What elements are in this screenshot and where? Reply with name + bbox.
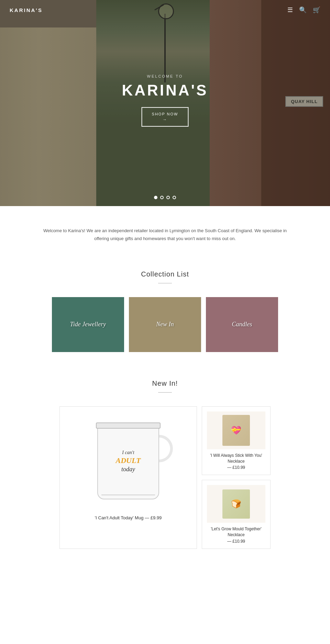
collection-candles[interactable]: Candles <box>206 297 278 352</box>
collection-grid: Tide Jewellery New In Candles <box>21 297 309 352</box>
newin-title: New In! <box>21 380 309 387</box>
cart-icon[interactable]: 🛒 <box>313 6 320 14</box>
header-icons: ☰ 🔍 🛒 <box>287 6 320 14</box>
product-necklace-1[interactable]: 💝 'I Will Always Stick With You' Necklac… <box>202 406 271 475</box>
products-right: 💝 'I Will Always Stick With You' Necklac… <box>202 406 271 549</box>
hero-section: KARINA'S ☰ 🔍 🛒 QUAY HILL WELCOME TO KARI… <box>0 0 330 206</box>
mug-line3: today <box>116 465 141 473</box>
hero-dots <box>154 196 176 199</box>
candles-overlay: Candles <box>206 297 278 352</box>
hero-content: WELCOME TO KARINA'S SHOP NOW → <box>122 74 208 127</box>
necklace2-price: — £10.99 <box>207 539 265 544</box>
menu-icon[interactable]: ☰ <box>287 6 293 14</box>
mug-line2: ADULT <box>116 456 141 466</box>
newin-divider <box>158 392 172 393</box>
necklace2-visual: 🍞 <box>207 485 265 523</box>
shop-arrow: → <box>152 117 178 122</box>
product-necklace-2[interactable]: 🍞 'Let's Grow Mould Together' Necklace —… <box>202 480 271 549</box>
welcome-text: Welcome to Karina's! We are an independe… <box>41 227 289 243</box>
search-icon[interactable]: 🔍 <box>299 6 307 14</box>
mug-body: I can't ADULT today <box>97 424 159 499</box>
necklace1-card: 💝 <box>222 415 250 446</box>
necklace1-price: — £10.99 <box>207 465 265 470</box>
mug-text: I can't ADULT today <box>116 450 141 474</box>
dot-3[interactable] <box>166 196 170 199</box>
jewellery-overlay: Tide Jewellery <box>52 297 124 352</box>
necklace1-icon: 💝 <box>231 426 241 435</box>
collection-divider <box>158 283 172 283</box>
collection-newin[interactable]: New In <box>129 297 201 352</box>
collection-jewellery[interactable]: Tide Jewellery <box>52 297 124 352</box>
mug-name: 'I Can't Adult Today' Mug — £9.99 <box>95 515 162 520</box>
shop-now-button[interactable]: SHOP NOW → <box>142 107 189 127</box>
necklace1-visual: 💝 <box>207 411 265 449</box>
shop-now-label: SHOP NOW <box>152 112 178 116</box>
jewellery-label: Tide Jewellery <box>70 321 106 328</box>
collection-section: Collection List Tide Jewellery New In Ca… <box>0 263 330 373</box>
candles-label: Candles <box>232 321 252 328</box>
welcome-section: Welcome to Karina's! We are an independe… <box>0 206 330 263</box>
dot-1[interactable] <box>154 196 157 199</box>
necklace2-name: 'Let's Grow Mould Together' Necklace <box>207 526 265 538</box>
necklace2-icon: 🍞 <box>231 499 241 509</box>
products-grid: I can't ADULT today 'I Can't Adult Today… <box>21 406 309 549</box>
site-header: KARINA'S ☰ 🔍 🛒 <box>0 0 330 20</box>
mug-line1: I can't <box>116 450 141 456</box>
newin-overlay: New In <box>129 297 201 352</box>
newin-section: New In! I can't ADULT today 'I Can't Adu… <box>0 373 330 569</box>
mug-visual: I can't ADULT today <box>84 414 173 510</box>
dot-4[interactable] <box>173 196 176 199</box>
hero-welcome-text: WELCOME TO <box>122 74 208 78</box>
dot-2[interactable] <box>160 196 164 199</box>
necklace1-name: 'I Will Always Stick With You' Necklace <box>207 453 265 464</box>
mug-handle <box>159 435 173 462</box>
site-logo[interactable]: KARINA'S <box>10 7 43 13</box>
necklace2-card: 🍞 <box>222 489 250 519</box>
collection-title: Collection List <box>21 270 309 278</box>
hero-title: KARINA'S <box>122 82 208 99</box>
product-mug[interactable]: I can't ADULT today 'I Can't Adult Today… <box>59 406 197 549</box>
newin-label: New In <box>156 321 174 328</box>
